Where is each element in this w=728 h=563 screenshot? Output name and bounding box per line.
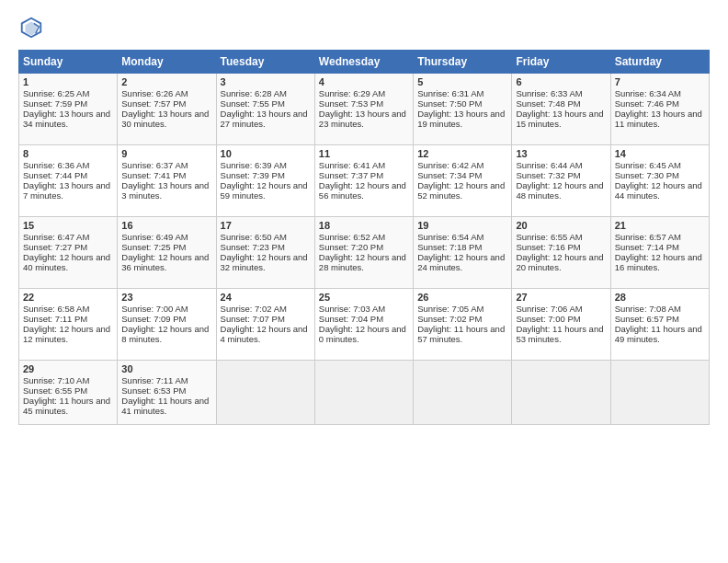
day-number: 5 — [417, 76, 507, 87]
sunrise-text: Sunrise: 6:52 AM — [319, 232, 385, 242]
daylight-text: Daylight: 12 hours and 0 minutes. — [319, 324, 406, 344]
calendar-cell: 23Sunrise: 7:00 AMSunset: 7:09 PMDayligh… — [118, 289, 216, 361]
sunset-text: Sunset: 7:16 PM — [516, 242, 580, 252]
calendar-cell: 8Sunrise: 6:36 AMSunset: 7:44 PMDaylight… — [19, 145, 118, 217]
sunrise-text: Sunrise: 6:54 AM — [417, 232, 483, 242]
daylight-text: Daylight: 12 hours and 28 minutes. — [319, 252, 406, 272]
calendar-cell: 12Sunrise: 6:42 AMSunset: 7:34 PMDayligh… — [414, 145, 512, 217]
sunrise-text: Sunrise: 6:37 AM — [121, 160, 188, 170]
day-number: 17 — [221, 220, 311, 231]
daylight-text: Daylight: 13 hours and 34 minutes. — [23, 109, 110, 129]
day-number: 8 — [23, 148, 113, 159]
calendar-header-monday: Monday — [118, 51, 216, 74]
sunset-text: Sunset: 7:37 PM — [319, 170, 383, 180]
sunrise-text: Sunrise: 6:31 AM — [417, 88, 483, 98]
daylight-text: Daylight: 13 hours and 19 minutes. — [417, 109, 505, 129]
sunset-text: Sunset: 7:07 PM — [221, 314, 285, 324]
daylight-text: Daylight: 11 hours and 45 minutes. — [23, 396, 110, 416]
day-number: 25 — [319, 292, 409, 303]
daylight-text: Daylight: 12 hours and 4 minutes. — [221, 324, 308, 344]
sunset-text: Sunset: 7:50 PM — [417, 98, 482, 109]
sunrise-text: Sunrise: 6:55 AM — [516, 232, 582, 242]
sunrise-text: Sunrise: 7:06 AM — [516, 304, 582, 314]
day-number: 23 — [121, 292, 211, 303]
calendar-cell — [512, 361, 610, 425]
sunrise-text: Sunrise: 6:33 AM — [516, 88, 582, 98]
calendar-cell: 17Sunrise: 6:50 AMSunset: 7:23 PMDayligh… — [216, 217, 314, 289]
calendar-cell: 18Sunrise: 6:52 AMSunset: 7:20 PMDayligh… — [314, 217, 413, 289]
calendar-cell: 19Sunrise: 6:54 AMSunset: 7:18 PMDayligh… — [414, 217, 512, 289]
daylight-text: Daylight: 13 hours and 11 minutes. — [615, 109, 702, 129]
sunrise-text: Sunrise: 6:26 AM — [121, 88, 188, 98]
calendar-cell: 20Sunrise: 6:55 AMSunset: 7:16 PMDayligh… — [512, 217, 610, 289]
daylight-text: Daylight: 13 hours and 27 minutes. — [221, 109, 308, 129]
daylight-text: Daylight: 12 hours and 59 minutes. — [221, 180, 308, 201]
calendar-week-5: 29Sunrise: 7:10 AMSunset: 6:55 PMDayligh… — [19, 361, 710, 425]
day-number: 18 — [319, 220, 409, 231]
calendar-cell: 14Sunrise: 6:45 AMSunset: 7:30 PMDayligh… — [610, 145, 709, 217]
calendar-header-saturday: Saturday — [610, 51, 709, 74]
calendar-cell: 4Sunrise: 6:29 AMSunset: 7:53 PMDaylight… — [314, 74, 413, 145]
calendar-cell — [216, 361, 314, 425]
daylight-text: Daylight: 12 hours and 48 minutes. — [516, 180, 603, 201]
sunrise-text: Sunrise: 6:50 AM — [221, 232, 287, 242]
sunset-text: Sunset: 7:53 PM — [319, 98, 383, 109]
day-number: 14 — [615, 148, 705, 159]
day-number: 28 — [615, 292, 705, 303]
sunset-text: Sunset: 7:39 PM — [221, 170, 285, 180]
calendar-cell: 29Sunrise: 7:10 AMSunset: 6:55 PMDayligh… — [19, 361, 118, 425]
day-number: 9 — [121, 148, 211, 159]
calendar-cell — [414, 361, 512, 425]
daylight-text: Daylight: 12 hours and 52 minutes. — [417, 180, 505, 201]
daylight-text: Daylight: 13 hours and 15 minutes. — [516, 109, 603, 129]
sunrise-text: Sunrise: 6:57 AM — [615, 232, 681, 242]
calendar-cell: 28Sunrise: 7:08 AMSunset: 6:57 PMDayligh… — [610, 289, 709, 361]
calendar-week-2: 8Sunrise: 6:36 AMSunset: 7:44 PMDaylight… — [19, 145, 710, 217]
calendar-header-row: SundayMondayTuesdayWednesdayThursdayFrid… — [19, 51, 710, 74]
calendar-cell: 9Sunrise: 6:37 AMSunset: 7:41 PMDaylight… — [118, 145, 216, 217]
sunset-text: Sunset: 7:34 PM — [417, 170, 482, 180]
daylight-text: Daylight: 12 hours and 20 minutes. — [516, 252, 603, 272]
day-number: 10 — [221, 148, 311, 159]
calendar-cell: 1Sunrise: 6:25 AMSunset: 7:59 PMDaylight… — [19, 74, 118, 145]
daylight-text: Daylight: 11 hours and 53 minutes. — [516, 324, 603, 344]
page: SundayMondayTuesdayWednesdayThursdayFrid… — [0, 0, 728, 563]
daylight-text: Daylight: 13 hours and 30 minutes. — [121, 109, 209, 129]
calendar-header-wednesday: Wednesday — [314, 51, 413, 74]
sunset-text: Sunset: 6:57 PM — [615, 314, 679, 324]
calendar-week-4: 22Sunrise: 6:58 AMSunset: 7:11 PMDayligh… — [19, 289, 710, 361]
sunset-text: Sunset: 7:30 PM — [615, 170, 679, 180]
day-number: 4 — [319, 76, 409, 87]
daylight-text: Daylight: 12 hours and 8 minutes. — [121, 324, 209, 344]
day-number: 13 — [516, 148, 606, 159]
sunset-text: Sunset: 7:14 PM — [615, 242, 679, 252]
daylight-text: Daylight: 13 hours and 3 minutes. — [121, 180, 209, 201]
sunrise-text: Sunrise: 6:42 AM — [417, 160, 483, 170]
sunset-text: Sunset: 7:18 PM — [417, 242, 482, 252]
sunrise-text: Sunrise: 7:10 AM — [23, 375, 89, 385]
sunrise-text: Sunrise: 7:08 AM — [615, 304, 681, 314]
calendar-cell: 15Sunrise: 6:47 AMSunset: 7:27 PMDayligh… — [19, 217, 118, 289]
sunset-text: Sunset: 6:53 PM — [121, 385, 186, 396]
day-number: 16 — [121, 220, 211, 231]
sunrise-text: Sunrise: 6:45 AM — [615, 160, 681, 170]
sunset-text: Sunset: 7:09 PM — [121, 314, 186, 324]
daylight-text: Daylight: 12 hours and 24 minutes. — [417, 252, 505, 272]
sunset-text: Sunset: 7:46 PM — [615, 98, 679, 109]
calendar-cell: 11Sunrise: 6:41 AMSunset: 7:37 PMDayligh… — [314, 145, 413, 217]
sunrise-text: Sunrise: 6:29 AM — [319, 88, 385, 98]
calendar-week-1: 1Sunrise: 6:25 AMSunset: 7:59 PMDaylight… — [19, 74, 710, 145]
sunrise-text: Sunrise: 6:47 AM — [23, 232, 89, 242]
sunset-text: Sunset: 7:11 PM — [23, 314, 87, 324]
calendar-cell: 30Sunrise: 7:11 AMSunset: 6:53 PMDayligh… — [118, 361, 216, 425]
header — [18, 15, 710, 40]
day-number: 2 — [121, 76, 211, 87]
sunset-text: Sunset: 6:55 PM — [23, 385, 87, 396]
daylight-text: Daylight: 12 hours and 36 minutes. — [121, 252, 209, 272]
day-number: 3 — [221, 76, 311, 87]
sunset-text: Sunset: 7:55 PM — [221, 98, 285, 109]
calendar-header-thursday: Thursday — [414, 51, 512, 74]
daylight-text: Daylight: 11 hours and 41 minutes. — [121, 396, 209, 416]
day-number: 12 — [417, 148, 507, 159]
calendar-cell: 6Sunrise: 6:33 AMSunset: 7:48 PMDaylight… — [512, 74, 610, 145]
